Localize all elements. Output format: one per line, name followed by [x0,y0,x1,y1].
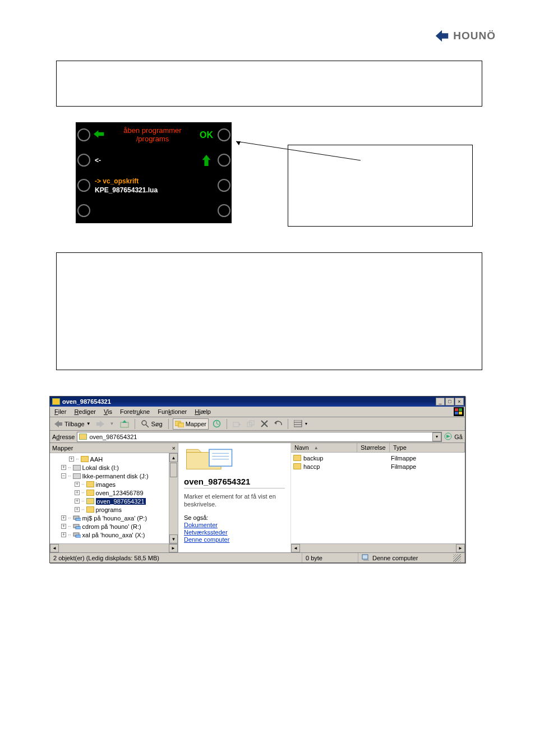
tree-node-aah[interactable]: +·· AAH [53,455,178,463]
back-arrow-icon[interactable] [94,129,105,141]
menu-vis[interactable]: Vis [104,408,112,415]
physical-button-r4-right[interactable] [218,204,230,217]
oven-title-bar: åben programmer /programs [91,122,197,147]
expand-icon[interactable]: + [75,499,80,504]
up-button[interactable] [118,418,131,430]
svg-marker-4 [236,141,241,145]
svg-line-14 [146,425,149,427]
ok-button[interactable]: OK [197,122,216,147]
expand-icon[interactable]: + [61,465,66,470]
column-storrelse[interactable]: Størrelse [357,443,390,452]
address-field[interactable]: oven_987654321 ▾ [77,432,442,442]
list-item[interactable]: backup Filmappe [292,454,465,462]
minimize-button[interactable]: _ [436,398,445,405]
go-button[interactable]: Gå [444,432,463,441]
list-scrollbar-horizontal[interactable]: ◄ ► [291,543,465,552]
menu-funktioner[interactable]: Funktioner [158,408,187,415]
forward-button[interactable] [95,418,106,430]
expand-icon[interactable]: + [61,532,66,537]
scroll-thumb[interactable] [170,463,177,477]
history-button[interactable] [211,418,223,430]
drive-icon [73,473,81,479]
copy-to-button[interactable] [245,418,257,430]
oven-row-kpe[interactable]: KPE_987654321.lua [95,186,158,194]
scroll-left-icon[interactable]: ◄ [50,544,59,552]
svg-point-13 [142,421,146,425]
folders-button[interactable]: Mapper [173,418,209,430]
tree-scrollbar-vertical[interactable]: ▲ ▼ [169,453,178,543]
tree-node-cdrom[interactable]: +·· cdrom på 'houno' (R:) [53,522,178,531]
scroll-up-icon[interactable]: ▲ [169,453,178,462]
maximize-button[interactable]: □ [445,398,454,405]
expand-icon[interactable]: + [75,507,80,512]
physical-button-r2-left[interactable] [77,154,90,167]
undo-button[interactable] [272,418,284,430]
expand-icon[interactable]: + [69,457,74,462]
link-netvaerkssteder[interactable]: Netværkssteder [184,529,285,536]
tree-node-xal[interactable]: +·· xal på 'houno_axa' (X:) [53,531,178,539]
menu-rediger[interactable]: Rediger [74,408,96,415]
list-item[interactable]: haccp Filmappe [292,462,465,471]
tree-node-lokal[interactable]: +·· Lokal disk (I:) [53,463,178,472]
up-arrow-button[interactable] [197,147,216,173]
physical-button-r4-left[interactable] [77,204,90,217]
physical-button-r1-left[interactable] [77,128,90,141]
svg-marker-10 [96,421,104,427]
scroll-left-icon[interactable]: ◄ [291,544,300,552]
oven-row-back[interactable]: <- [91,147,197,173]
back-label: Tilbage [64,421,85,427]
svg-rect-8 [459,412,462,414]
delete-button[interactable] [259,418,270,430]
scroll-down-icon[interactable]: ▼ [169,534,178,543]
link-denne-computer[interactable]: Denne computer [184,536,285,543]
back-button[interactable]: Tilbage ▼ [52,418,93,430]
physical-button-r3-right[interactable] [218,179,230,192]
collapse-icon[interactable]: − [61,473,66,478]
expand-icon[interactable]: + [61,515,66,520]
oven-row-vc[interactable]: -> vc_opskrift [95,177,139,185]
link-dokumenter[interactable]: Dokumenter [184,522,285,528]
resize-grip[interactable] [453,554,461,562]
menu-filer[interactable]: Filer [54,408,66,415]
close-button[interactable]: × [455,398,464,405]
physical-button-r2-right[interactable] [218,154,230,167]
drive-icon [73,465,81,471]
svg-marker-39 [187,449,201,452]
physical-button-r3-left[interactable] [77,179,90,192]
toolbar: Tilbage ▼ ▼ Søg Mapper [50,417,465,431]
menu-foretrukne[interactable]: Foretrukne [120,408,150,415]
status-size: 0 byte [302,553,358,563]
info-column: oven_987654321 Marker et element for at … [178,443,290,552]
expand-icon[interactable]: + [61,524,66,529]
physical-button-r1-right[interactable] [218,128,230,141]
brand-logo: HOUNÖ [435,28,496,44]
tree-scrollbar-horizontal[interactable]: ◄ ► [50,543,178,552]
search-button[interactable]: Søg [139,418,164,430]
column-navn[interactable]: Navn ▲ [291,443,357,452]
address-dropdown[interactable]: ▾ [432,432,441,441]
tree-node-programs[interactable]: +·· programs [53,505,178,514]
menu-hjaelp[interactable]: Hjælp [195,408,211,415]
title-bar[interactable]: oven_987654321 _ □ × [50,397,465,407]
scroll-right-icon[interactable]: ► [169,544,178,552]
tree-node-mjs[interactable]: +·· mj$ på 'houno_axa' (P:) [53,514,178,522]
svg-rect-6 [459,408,462,411]
folders-pane-close[interactable]: × [172,445,176,451]
column-type[interactable]: Type [390,443,465,452]
expand-icon[interactable]: + [75,490,80,495]
svg-rect-5 [455,408,458,411]
tree-node-images[interactable]: +·· images [53,480,178,488]
scroll-right-icon[interactable]: ► [456,544,465,552]
svg-rect-44 [362,555,368,559]
oven-title-line2: /programs [136,135,169,143]
move-to-button[interactable] [231,418,243,430]
expand-icon[interactable]: + [75,482,80,487]
forward-menu[interactable]: ▼ [108,418,116,430]
tree-node-ikke[interactable]: −·· Ikke-permanent disk (J:) [53,472,178,480]
tree-node-oven1[interactable]: +·· oven_123456789 [53,488,178,497]
oven-row-back-label: <- [95,156,101,164]
text-box-2 [56,252,482,370]
houno-arrow-icon [435,28,450,44]
tree-node-oven2-selected[interactable]: +·· oven_987654321 [53,497,178,505]
views-button[interactable]: ▾ [292,418,309,430]
